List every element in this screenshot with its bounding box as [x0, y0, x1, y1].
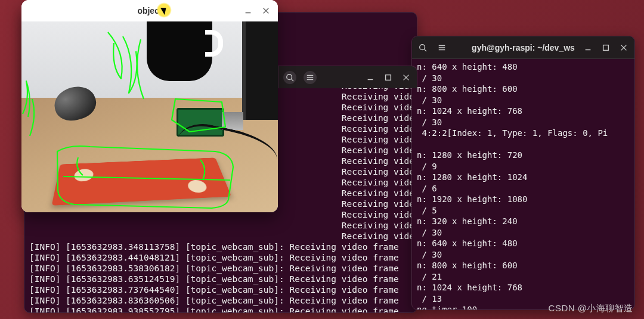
- terminal-left-titlebar[interactable]: [278, 66, 417, 88]
- camera-frame: [21, 21, 278, 212]
- maximize-button[interactable]: [600, 42, 612, 54]
- close-button[interactable]: [618, 42, 630, 54]
- svg-rect-15: [386, 75, 391, 80]
- terminal-right-output: n: 640 x height: 480 / 30 n: 800 x heigh…: [412, 59, 634, 310]
- svg-rect-6: [603, 45, 609, 50]
- svg-point-0: [420, 44, 425, 49]
- search-icon[interactable]: [417, 42, 429, 54]
- minimize-button[interactable]: [242, 5, 254, 17]
- minimize-button[interactable]: [364, 72, 376, 83]
- svg-line-1: [425, 49, 427, 51]
- hamburger-menu-icon[interactable]: [304, 71, 317, 84]
- watermark: CSDN @小海聊智造: [549, 303, 633, 314]
- close-button[interactable]: [260, 5, 272, 17]
- terminal-right-title: gyh@gyh-raspi: ~/dev_ws: [472, 43, 575, 52]
- detection-contours: [21, 21, 278, 212]
- hamburger-menu-icon[interactable]: [436, 42, 448, 54]
- close-button[interactable]: [400, 72, 412, 83]
- opencv-window: object: [21, 0, 278, 212]
- opencv-window-title: object: [137, 6, 162, 16]
- terminal-right: gyh@gyh-raspi: ~/dev_ws n: 640 x height:…: [411, 36, 635, 310]
- maximize-button[interactable]: [382, 72, 394, 83]
- opencv-titlebar[interactable]: object: [21, 0, 278, 21]
- svg-point-9: [287, 74, 292, 79]
- svg-line-10: [292, 79, 294, 81]
- minimize-button[interactable]: [582, 42, 594, 54]
- search-icon[interactable]: [283, 71, 296, 84]
- terminal-right-titlebar[interactable]: gyh@gyh-raspi: ~/dev_ws: [412, 36, 634, 59]
